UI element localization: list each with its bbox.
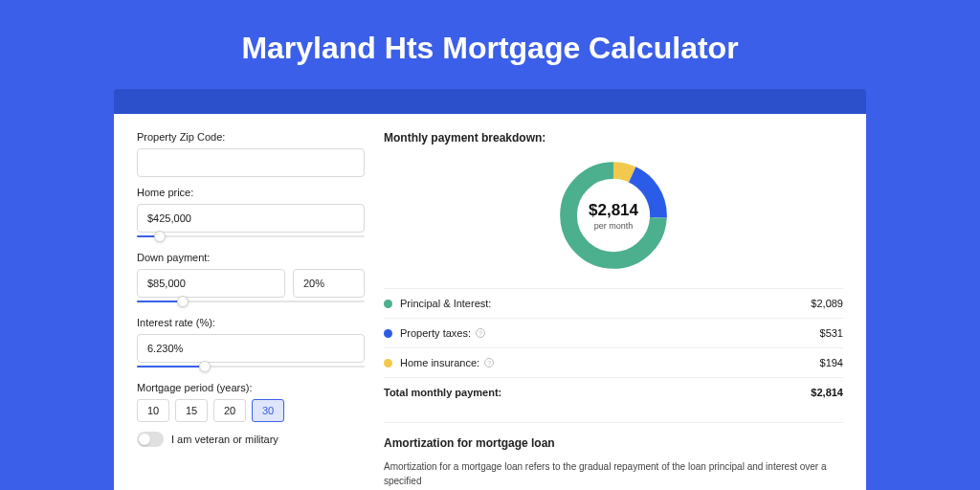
donut-chart-wrap: $2,814 per month xyxy=(384,156,843,275)
veteran-toggle-label: I am veteran or military xyxy=(171,434,278,445)
interest-rate-slider[interactable] xyxy=(137,361,365,372)
down-payment-slider[interactable] xyxy=(137,296,365,307)
slider-thumb[interactable] xyxy=(177,296,189,307)
breakdown-item-label: Property taxes:? xyxy=(400,327,820,339)
breakdown-item-label: Principal & Interest: xyxy=(400,298,811,309)
donut-center: $2,814 per month xyxy=(554,156,673,275)
period-option-20[interactable]: 20 xyxy=(213,399,246,422)
zip-field: Property Zip Code: xyxy=(137,131,365,177)
zip-input[interactable] xyxy=(137,148,365,177)
period-option-10[interactable]: 10 xyxy=(137,399,169,422)
info-icon[interactable]: ? xyxy=(476,328,485,338)
period-option-15[interactable]: 15 xyxy=(175,399,208,422)
total-value: $2,814 xyxy=(811,387,843,398)
total-row: Total monthly payment: $2,814 xyxy=(384,377,843,407)
legend-dot-icon xyxy=(384,300,392,308)
veteran-toggle-row: I am veteran or military xyxy=(137,432,365,447)
interest-rate-label: Interest rate (%): xyxy=(137,317,365,328)
legend-dot-icon xyxy=(384,329,392,338)
home-price-slider[interactable] xyxy=(137,231,365,242)
slider-track xyxy=(137,235,365,237)
down-payment-row xyxy=(137,269,365,298)
mortgage-period-field: Mortgage period (years): 10152030 xyxy=(137,382,365,422)
info-icon[interactable]: ? xyxy=(484,358,494,368)
slider-fill xyxy=(137,301,183,302)
slider-thumb[interactable] xyxy=(199,361,211,372)
legend-dot-icon xyxy=(384,359,392,368)
toggle-knob xyxy=(139,434,150,445)
donut-chart: $2,814 per month xyxy=(554,156,673,275)
donut-amount: $2,814 xyxy=(589,201,638,220)
amortization-section: Amortization for mortgage loan Amortizat… xyxy=(384,422,843,488)
down-payment-amount-input[interactable] xyxy=(137,269,285,298)
interest-rate-input[interactable] xyxy=(137,334,365,363)
breakdown-title: Monthly payment breakdown: xyxy=(384,131,843,145)
home-price-label: Home price: xyxy=(137,187,365,198)
page-title: Maryland Hts Mortgage Calculator xyxy=(0,0,980,89)
donut-sub: per month xyxy=(594,221,634,231)
amortization-body: Amortization for a mortgage loan refers … xyxy=(384,459,843,488)
zip-label: Property Zip Code: xyxy=(137,131,365,143)
breakdown-item-label: Home insurance:? xyxy=(400,357,820,368)
mortgage-period-label: Mortgage period (years): xyxy=(137,382,365,393)
down-payment-pct-input[interactable] xyxy=(293,269,365,298)
down-payment-field: Down payment: xyxy=(137,252,365,307)
mortgage-period-options: 10152030 xyxy=(137,399,365,422)
breakdown-item-value: $2,089 xyxy=(811,298,843,309)
slider-fill xyxy=(137,366,205,368)
breakdown-item-value: $194 xyxy=(820,357,843,368)
home-price-field: Home price: xyxy=(137,187,365,242)
amortization-title: Amortization for mortgage loan xyxy=(384,436,843,450)
slider-thumb[interactable] xyxy=(154,231,166,242)
calculator-inner-card: Property Zip Code: Home price: Down paym… xyxy=(114,114,866,490)
total-label: Total monthly payment: xyxy=(384,387,811,398)
period-option-30[interactable]: 30 xyxy=(252,399,284,422)
veteran-toggle[interactable] xyxy=(137,432,164,447)
breakdown-column: Monthly payment breakdown: $2,814 per mo… xyxy=(384,131,843,490)
interest-rate-field: Interest rate (%): xyxy=(137,317,365,372)
form-column: Property Zip Code: Home price: Down paym… xyxy=(137,131,365,490)
down-payment-label: Down payment: xyxy=(137,252,365,263)
breakdown-item: Principal & Interest:$2,089 xyxy=(384,288,843,318)
breakdown-item-value: $531 xyxy=(820,327,843,339)
breakdown-item: Property taxes:?$531 xyxy=(384,318,843,347)
calculator-outer-card: Property Zip Code: Home price: Down paym… xyxy=(114,89,866,490)
home-price-input[interactable] xyxy=(137,204,365,233)
breakdown-item: Home insurance:?$194 xyxy=(384,347,843,377)
breakdown-line-items: Principal & Interest:$2,089Property taxe… xyxy=(384,288,843,377)
